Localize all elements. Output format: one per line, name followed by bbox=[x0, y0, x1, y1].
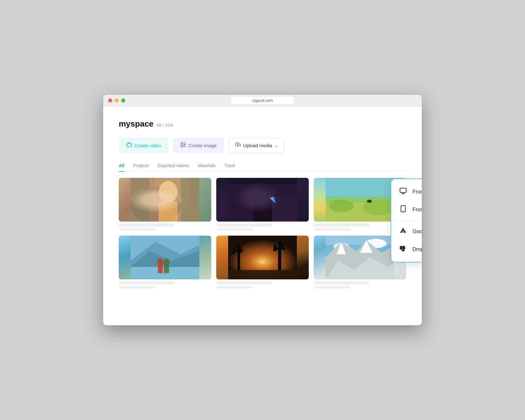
svg-rect-0 bbox=[127, 143, 132, 147]
dropbox-icon bbox=[399, 245, 408, 254]
media-thumbnail-1 bbox=[119, 178, 211, 222]
media-label-1 bbox=[119, 223, 174, 227]
workspace-title-row: myspace 0B / 1GB bbox=[119, 119, 406, 129]
tab-trash[interactable]: Trash bbox=[224, 163, 235, 171]
svg-point-27 bbox=[157, 258, 163, 266]
address-bar[interactable]: capcut.com bbox=[231, 97, 294, 104]
create-image-label: Create image bbox=[188, 143, 217, 148]
svg-rect-9 bbox=[181, 178, 199, 222]
tab-all[interactable]: All bbox=[119, 163, 124, 171]
svg-point-10 bbox=[159, 181, 178, 203]
svg-rect-11 bbox=[159, 201, 178, 222]
dropdown-item-dropbox[interactable]: Dropbox bbox=[391, 240, 422, 258]
create-video-label: Create video bbox=[134, 143, 161, 148]
svg-point-22 bbox=[367, 200, 372, 203]
svg-rect-34 bbox=[234, 250, 243, 252]
svg-point-3 bbox=[182, 143, 182, 144]
browser-titlebar: capcut.com bbox=[103, 95, 422, 107]
media-sub-label-4 bbox=[119, 286, 156, 288]
monitor-icon bbox=[399, 187, 408, 196]
svg-rect-40 bbox=[281, 243, 284, 250]
upload-dropdown-menu: From computer From phone bbox=[391, 178, 422, 262]
create-video-button[interactable]: Create video bbox=[119, 138, 168, 153]
list-item[interactable] bbox=[216, 178, 309, 231]
storage-info: 0B / 1GB bbox=[157, 123, 173, 128]
dropdown-divider bbox=[391, 220, 422, 221]
screenshot-wrapper: capcut.com myspace 0B / 1GB bbox=[91, 76, 434, 344]
action-buttons-row: Create video Create image bbox=[119, 138, 406, 153]
media-sub-label-5 bbox=[216, 286, 253, 288]
svg-rect-39 bbox=[273, 244, 277, 251]
media-sub-label-1 bbox=[119, 228, 156, 231]
dropdown-label-dropbox: Dropbox bbox=[412, 246, 422, 252]
svg-rect-8 bbox=[131, 178, 149, 222]
tab-exported-videos[interactable]: Exported videos bbox=[158, 163, 189, 171]
dropdown-label-from-phone: From phone bbox=[412, 207, 422, 213]
upload-media-button[interactable]: Upload media ⌄ bbox=[228, 138, 285, 153]
phone-icon bbox=[399, 205, 408, 214]
browser-content: myspace 0B / 1GB Create video bbox=[103, 107, 422, 325]
traffic-light-minimize[interactable] bbox=[115, 98, 119, 102]
dropdown-item-from-computer[interactable]: From computer bbox=[391, 183, 422, 201]
dropdown-item-from-phone[interactable]: From phone bbox=[391, 201, 422, 218]
svg-point-29 bbox=[163, 258, 170, 266]
media-sub-label-2 bbox=[216, 228, 253, 231]
list-item[interactable] bbox=[119, 178, 211, 231]
media-label-3 bbox=[314, 223, 369, 227]
svg-point-20 bbox=[329, 200, 354, 212]
workspace-name: myspace bbox=[119, 119, 153, 129]
upload-media-chevron-icon: ⌄ bbox=[275, 143, 278, 148]
svg-rect-51 bbox=[400, 188, 406, 192]
svg-rect-28 bbox=[158, 265, 163, 273]
dropdown-label-from-computer: From computer bbox=[412, 189, 422, 195]
media-thumbnail-2 bbox=[216, 178, 309, 222]
create-video-icon bbox=[126, 142, 132, 149]
svg-rect-41 bbox=[228, 270, 297, 279]
google-drive-icon bbox=[399, 227, 408, 236]
svg-rect-35 bbox=[233, 248, 235, 254]
tab-materials[interactable]: Materials bbox=[198, 163, 216, 171]
media-sub-label-3 bbox=[314, 228, 351, 231]
traffic-light-fullscreen[interactable] bbox=[121, 98, 125, 102]
media-grid bbox=[119, 178, 406, 288]
svg-rect-16 bbox=[272, 197, 297, 222]
create-image-icon bbox=[180, 142, 186, 149]
media-sub-label-6 bbox=[314, 286, 351, 288]
svg-rect-15 bbox=[253, 200, 272, 222]
svg-rect-36 bbox=[239, 247, 242, 253]
upload-media-label: Upload media bbox=[243, 143, 272, 148]
media-label-5 bbox=[216, 281, 272, 284]
media-thumbnail-5 bbox=[216, 236, 309, 279]
dropdown-item-google-drive[interactable]: Google Drive bbox=[391, 222, 422, 240]
media-label-2 bbox=[216, 223, 272, 227]
upload-media-icon bbox=[235, 142, 241, 149]
tabs-row: All Projects Exported videos Materials T… bbox=[119, 163, 406, 172]
svg-point-14 bbox=[255, 185, 270, 202]
dropdown-label-google-drive: Google Drive bbox=[412, 228, 422, 235]
tab-projects[interactable]: Projects bbox=[133, 163, 149, 171]
media-label-4 bbox=[119, 281, 174, 284]
list-item[interactable] bbox=[119, 236, 211, 288]
create-image-button[interactable]: Create image bbox=[173, 138, 224, 153]
media-thumbnail-4 bbox=[119, 236, 211, 279]
traffic-light-close[interactable] bbox=[108, 98, 112, 102]
browser-window: capcut.com myspace 0B / 1GB bbox=[103, 95, 422, 325]
list-item[interactable] bbox=[216, 236, 309, 288]
media-label-6 bbox=[314, 281, 369, 284]
svg-rect-30 bbox=[164, 265, 169, 273]
